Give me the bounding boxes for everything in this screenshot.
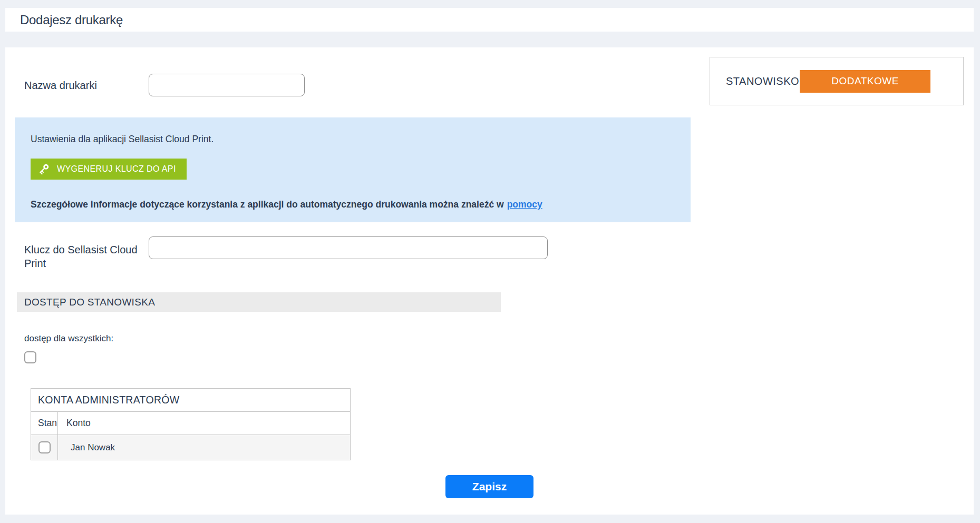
access-all-label: dostęp dla wszystkich:	[24, 333, 974, 344]
column-header-konto: Konto	[58, 412, 351, 435]
access-section-header: DOSTĘP DO STANOWISKA	[17, 292, 501, 312]
help-link[interactable]: pomocy	[507, 199, 542, 210]
settings-tabs: STANOWISKO DODATKOWE	[710, 57, 964, 105]
generate-api-key-label: WYGENERUJ KLUCZ DO API	[57, 164, 176, 174]
column-header-stan: Stan	[31, 412, 58, 435]
key-icon	[37, 162, 51, 176]
cloud-print-info-box: Ustawienia dla aplikacji Sellasist Cloud…	[15, 117, 691, 222]
main-panel: STANOWISKO DODATKOWE Nazwa drukarki Usta…	[5, 47, 974, 515]
row-checkbox-cell	[31, 435, 58, 460]
info-intro-text: Ustawienia dla aplikacji Sellasist Cloud…	[31, 133, 675, 145]
access-all-checkbox[interactable]	[24, 351, 36, 363]
access-section-title: DOSTĘP DO STANOWISKA	[17, 297, 155, 308]
printer-name-label: Nazwa drukarki	[5, 74, 149, 92]
admins-table-title-row: KONTA ADMINISTRATORÓW	[31, 389, 351, 412]
printer-name-input[interactable]	[149, 74, 305, 96]
info-details-sentence: Szczegółowe informacje dotyczące korzyst…	[31, 199, 504, 210]
save-button[interactable]: Zapisz	[445, 475, 533, 498]
cloud-key-input[interactable]	[149, 236, 548, 259]
admins-table: KONTA ADMINISTRATORÓW Stan Konto Jan Now…	[31, 388, 351, 460]
admins-table-title: KONTA ADMINISTRATORÓW	[31, 389, 351, 412]
cloud-key-label: Klucz do Sellasist Cloud Print	[5, 236, 149, 270]
admins-table-header-row: Stan Konto	[31, 412, 351, 435]
admin-row-checkbox[interactable]	[38, 441, 51, 453]
admin-account-name: Jan Nowak	[58, 435, 351, 460]
cloud-key-row: Klucz do Sellasist Cloud Print	[5, 236, 974, 270]
info-details-text: Szczegółowe informacje dotyczące korzyst…	[31, 199, 675, 210]
generate-api-key-button[interactable]: WYGENERUJ KLUCZ DO API	[31, 159, 187, 180]
page-header: Dodajesz drukarkę	[5, 8, 974, 32]
page-title: Dodajesz drukarkę	[5, 13, 123, 27]
tab-stanowisko[interactable]: STANOWISKO	[726, 75, 799, 87]
tab-dodatkowe[interactable]: DODATKOWE	[800, 70, 930, 93]
table-row: Jan Nowak	[31, 435, 351, 460]
